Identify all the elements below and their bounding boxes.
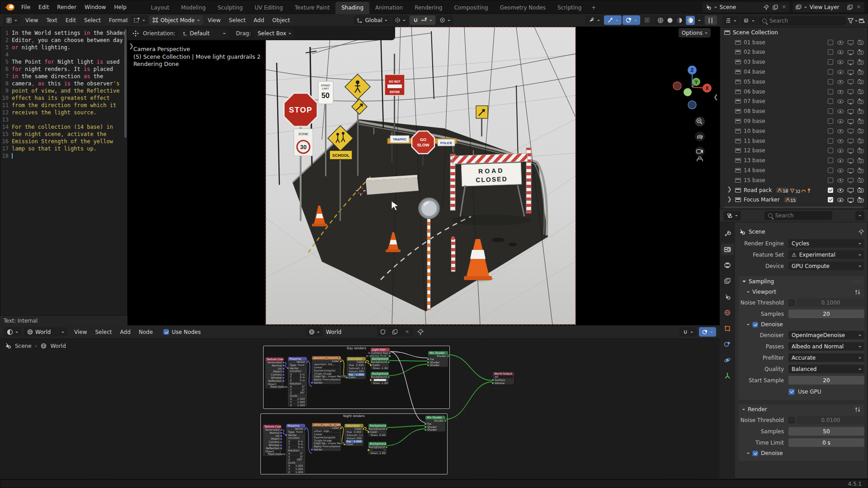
properties-options[interactable]: [855, 211, 864, 221]
outliner-row-11-base[interactable]: 11 base: [720, 136, 868, 146]
render-denoise-checkbox[interactable]: [752, 450, 758, 456]
disable-render-icon[interactable]: [858, 80, 863, 84]
selectable-checkbox[interactable]: [828, 138, 833, 144]
expand-arrow-icon[interactable]: ❯: [727, 186, 732, 192]
hide-eye-icon[interactable]: [837, 70, 844, 74]
tab-compositing[interactable]: Compositing: [448, 2, 494, 14]
properties-search[interactable]: Search: [764, 211, 832, 220]
disable-viewport-icon[interactable]: [848, 99, 854, 103]
node-value-x[interactable]: X0 m: [286, 440, 305, 443]
selectable-checkbox[interactable]: [828, 79, 833, 84]
node-value-x[interactable]: X0°: [286, 452, 305, 455]
unlink-button[interactable]: ✕: [401, 327, 413, 337]
node-field-linear[interactable]: Linear: [312, 433, 341, 436]
outliner-row-04-base[interactable]: 04 base: [720, 67, 868, 77]
outliner-row-road-pack[interactable]: ❯Road pack1832: [720, 185, 868, 195]
wireframe-shading-icon[interactable]: [657, 17, 664, 23]
options-button[interactable]: Options: [679, 28, 711, 38]
disable-viewport-icon[interactable]: [848, 188, 854, 192]
tab-animation[interactable]: Animation: [369, 2, 409, 14]
node-background[interactable]: BackgroundBackgroundStren..1.000: [368, 442, 387, 455]
passes-dropdown[interactable]: Albedo and Normal: [788, 342, 864, 351]
denoise-subpanel-header[interactable]: Denoise: [739, 319, 864, 329]
node-value-y[interactable]: Y0°: [286, 455, 305, 458]
hide-eye-icon[interactable]: [837, 169, 844, 173]
device-dropdown[interactable]: GPU Compute: [788, 262, 864, 270]
tab-layout[interactable]: Layout: [145, 2, 175, 14]
orientation-dropdown[interactable]: Default: [179, 29, 229, 38]
tab-view-layer[interactable]: [721, 275, 734, 287]
transform-orientation[interactable]: Global: [354, 15, 390, 25]
node-value-stren[interactable]: Stren..1.000: [371, 382, 389, 385]
tab-modeling[interactable]: Modeling: [175, 2, 212, 14]
denoise-checkbox[interactable]: [752, 322, 758, 328]
disable-render-icon[interactable]: [858, 51, 863, 55]
node-background[interactable]: BackgroundBackgroundColorStren..0.000: [368, 424, 387, 436]
scene-selector[interactable]: Scene ✕: [703, 2, 790, 12]
outliner-row-09-base[interactable]: 09 base: [720, 116, 868, 126]
node-mapping[interactable]: MappingVectorType:PointVectorLocationX0 …: [288, 357, 307, 407]
node-mix-shader[interactable]: Mix ShaderShaderFacShaderShader: [428, 351, 448, 367]
outliner-row-12-base[interactable]: 12 base: [720, 146, 868, 156]
render-subpanel-header[interactable]: Render: [739, 404, 864, 414]
feature-set-dropdown[interactable]: ⚠ Experimental: [788, 250, 864, 259]
node-canvas[interactable]: Scene › World Day rendersNight rendersTe…: [0, 339, 720, 479]
shader-menu-view[interactable]: View: [70, 329, 91, 335]
overlays-toggle[interactable]: [699, 327, 716, 337]
shader-type-selector[interactable]: World: [24, 327, 67, 337]
tab-modifiers[interactable]: [721, 338, 734, 350]
topbar-menu-help[interactable]: Help: [110, 4, 130, 10]
disable-viewport-icon[interactable]: [848, 159, 854, 163]
node-saturation[interactable]: SaturationColorHue0.500Saturati..1.000Va…: [344, 424, 363, 446]
disable-render-icon[interactable]: [858, 178, 863, 183]
node-value-stren[interactable]: Stren..1.000: [368, 452, 387, 455]
node-mix-shader[interactable]: Mix ShaderShaderFacShaderShader: [425, 416, 445, 432]
tab-physics[interactable]: [721, 354, 734, 366]
axis-gizmo[interactable]: Z Y X: [673, 66, 712, 109]
outliner-row-01-base[interactable]: 01 base: [720, 38, 868, 47]
world-datablock[interactable]: World ✕: [306, 327, 424, 337]
disable-viewport-icon[interactable]: [848, 109, 854, 113]
disable-viewport-icon[interactable]: [848, 198, 854, 202]
snap-pivot-button[interactable]: [392, 15, 409, 25]
disable-render-icon[interactable]: [858, 110, 863, 114]
tab-uv-editing[interactable]: UV Editing: [249, 2, 289, 14]
outliner-row-10-base[interactable]: 10 base: [720, 126, 868, 136]
node-value-saturati[interactable]: Saturati..1.000: [344, 434, 363, 437]
sidebar-expand-arrow[interactable]: ❯: [129, 42, 134, 49]
fake-user-shield-icon[interactable]: [380, 329, 386, 335]
selectable-checkbox[interactable]: [828, 128, 833, 134]
selectable-checkbox[interactable]: [828, 69, 833, 75]
selectable-checkbox[interactable]: [828, 99, 833, 104]
text-editor-menu-format[interactable]: Format: [105, 17, 127, 23]
node-value-x[interactable]: X0 m: [288, 373, 307, 376]
copy-icon[interactable]: [772, 4, 778, 10]
snap-button[interactable]: [410, 15, 435, 25]
hide-eye-icon[interactable]: [837, 41, 844, 45]
properties-editor-type[interactable]: [723, 211, 741, 221]
tab-scene[interactable]: [721, 291, 734, 303]
tab-rendering[interactable]: Rendering: [409, 2, 448, 14]
node-texture-coordin[interactable]: Texture Coordin...GeneratedNormalUVObjec…: [263, 425, 281, 456]
disable-render-icon[interactable]: [858, 139, 863, 143]
node-value-y[interactable]: Y0°: [288, 388, 307, 391]
node-value-value[interactable]: Value1.000: [347, 370, 366, 373]
zoom-button[interactable]: [695, 117, 705, 127]
topbar-menu-window[interactable]: Window: [80, 4, 110, 10]
render-noise-threshold-value[interactable]: 0.0100: [797, 416, 864, 424]
selectable-checkbox[interactable]: [828, 40, 833, 45]
pan-hand-button[interactable]: [695, 131, 705, 141]
close-icon[interactable]: ✕: [781, 4, 787, 10]
shader-menu-select[interactable]: Select: [91, 329, 116, 335]
solid-shading-icon[interactable]: [667, 17, 673, 23]
selectable-checkbox[interactable]: [828, 118, 833, 124]
node-color-swatch[interactable]: [368, 449, 387, 452]
viewport-menu-add[interactable]: Add: [250, 17, 268, 23]
noise-threshold-checkbox[interactable]: [788, 300, 795, 306]
render-engine-dropdown[interactable]: Cycles: [788, 239, 864, 248]
outliner-display-mode[interactable]: [722, 16, 740, 25]
outliner-row-06-base[interactable]: 06 base: [720, 87, 868, 97]
viewport-menu-select[interactable]: Select: [225, 17, 250, 23]
sidebar-collapse-arrow[interactable]: ❮: [713, 94, 718, 100]
filter-funnel-icon[interactable]: [847, 18, 854, 24]
